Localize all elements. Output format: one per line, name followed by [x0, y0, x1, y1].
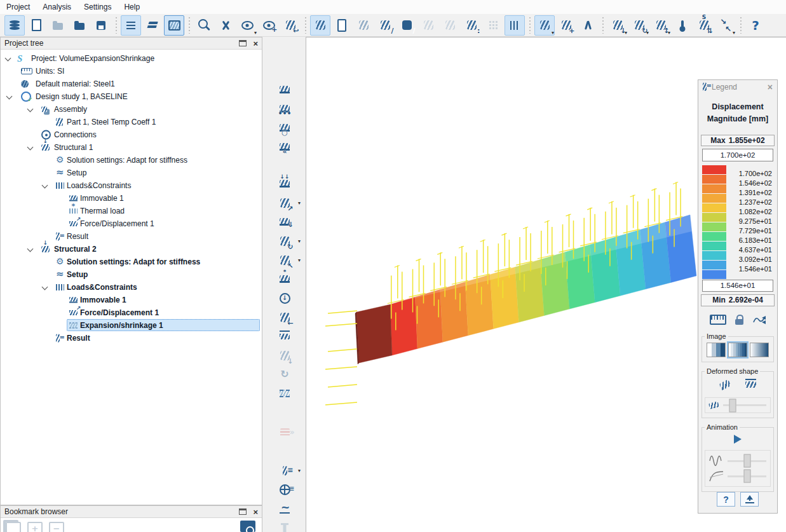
- trim-part-button[interactable]: [215, 15, 236, 36]
- help-button[interactable]: [745, 15, 766, 36]
- project-tree-view-button[interactable]: [121, 15, 141, 36]
- legend-lower-bound-input[interactable]: 1.546e+01: [702, 280, 773, 292]
- image-style-smooth-button[interactable]: [750, 343, 769, 357]
- fit-model-button[interactable]: ▾: [715, 15, 736, 36]
- scale-model-button[interactable]: [694, 15, 714, 36]
- animation-speed-slider[interactable]: [728, 475, 766, 477]
- bearing-load-button[interactable]: [275, 289, 294, 308]
- immovable-support-button[interactable]: [275, 80, 294, 99]
- pressure-load-button[interactable]: [275, 174, 294, 193]
- probe-minmax-icon[interactable]: [752, 314, 766, 325]
- force-displacement-load-button[interactable]: ▾: [275, 193, 294, 212]
- float-panel-icon[interactable]: [239, 40, 247, 46]
- thermal-load-button[interactable]: [275, 269, 294, 289]
- deform-scale-slider[interactable]: [723, 404, 766, 406]
- expander-chevron-icon[interactable]: [27, 144, 34, 151]
- tree-item[interactable]: Result: [1, 332, 262, 344]
- tree-item[interactable]: Assembly: [1, 103, 262, 116]
- tree-item[interactable]: Units: SI: [1, 65, 262, 78]
- expander-chevron-icon[interactable]: [5, 55, 11, 62]
- tree-item[interactable]: Setup: [1, 268, 262, 281]
- response-graph-button[interactable]: [275, 499, 294, 518]
- pin-support-button[interactable]: [275, 118, 294, 137]
- tree-item[interactable]: Structural 1: [1, 141, 262, 154]
- tree-item[interactable]: Immovable 1: [1, 192, 262, 205]
- zoom-to-part-button[interactable]: [194, 15, 214, 36]
- tree-item[interactable]: Result: [1, 230, 262, 243]
- tree-item[interactable]: Immovable 1: [1, 294, 262, 306]
- show-all-parts-button[interactable]: [259, 15, 279, 36]
- expander-chevron-icon[interactable]: [27, 106, 34, 113]
- float-panel-icon[interactable]: [239, 508, 247, 515]
- hide-selected-button[interactable]: [375, 15, 395, 36]
- image-style-multiband-button[interactable]: [728, 343, 747, 357]
- display-translucent-button[interactable]: [353, 15, 374, 36]
- normal-force-load-button[interactable]: [275, 212, 294, 231]
- expansion-shrinkage-button[interactable]: [275, 384, 294, 403]
- animation-speed-thumb[interactable]: [743, 470, 750, 483]
- animation-frequency-slider[interactable]: [728, 460, 766, 462]
- apply-force-button[interactable]: ▾: [607, 15, 628, 36]
- menu-project[interactable]: Project: [0, 1, 36, 13]
- undeformed-overlay-button[interactable]: [742, 378, 759, 392]
- frictionless-support-button[interactable]: [275, 137, 294, 156]
- hide-unselected-button[interactable]: [396, 15, 417, 36]
- bookmark-view-button[interactable]: [164, 15, 184, 36]
- restore-part-button[interactable]: [280, 15, 301, 36]
- expander-chevron-icon[interactable]: [27, 246, 34, 252]
- tree-item[interactable]: Design study 1, BASELINE: [1, 90, 262, 103]
- tree-item[interactable]: Connections: [1, 128, 262, 141]
- legend-close-icon[interactable]: ×: [768, 83, 773, 92]
- legend-help-button[interactable]: ?: [717, 492, 735, 507]
- tree-item[interactable]: Default material: Steel1: [1, 78, 262, 90]
- image-style-banded-button[interactable]: [707, 343, 726, 357]
- pick-part-button[interactable]: ▾: [534, 15, 555, 36]
- tree-item[interactable]: Thermal load: [1, 205, 262, 217]
- apply-torque-button[interactable]: ▾: [629, 15, 649, 36]
- remote-load-button[interactable]: ▾: [275, 250, 294, 269]
- play-animation-icon[interactable]: [734, 435, 742, 444]
- measure-tool-button[interactable]: [578, 15, 598, 36]
- menu-help[interactable]: Help: [118, 1, 146, 13]
- tree-item[interactable]: Structural 2: [1, 243, 262, 256]
- save-project-button[interactable]: [91, 15, 111, 36]
- deformed-view-button[interactable]: [717, 378, 733, 392]
- display-shaded-button[interactable]: [310, 15, 330, 36]
- hide-parts-button[interactable]: ▾: [237, 15, 257, 36]
- tree-item[interactable]: Loads&Constraints: [1, 179, 262, 192]
- show-loads-button[interactable]: [505, 15, 525, 36]
- apply-displacement-button[interactable]: ▾: [651, 15, 671, 36]
- menu-analysis[interactable]: Analysis: [36, 1, 78, 13]
- display-outline-button[interactable]: [332, 15, 352, 36]
- tree-item[interactable]: Force/Displacement 1: [1, 217, 262, 230]
- tree-item[interactable]: Setup: [1, 167, 262, 179]
- expander-chevron-icon[interactable]: [42, 284, 48, 290]
- animation-frequency-thumb[interactable]: [743, 454, 750, 468]
- tree-item[interactable]: Force/Displacement 1: [1, 306, 262, 319]
- distributed-mass-button[interactable]: [275, 327, 294, 346]
- close-panel-icon[interactable]: ×: [253, 39, 258, 48]
- lock-range-icon[interactable]: [735, 319, 743, 325]
- tree-item[interactable]: Solution settings: Adapt for stiffness: [1, 154, 262, 167]
- legend-upper-bound-input[interactable]: 1.700e+02: [702, 149, 773, 161]
- legend-pin-button[interactable]: [740, 492, 759, 507]
- close-panel-icon[interactable]: ×: [253, 508, 258, 516]
- bookmark-capture-icon[interactable]: [240, 521, 255, 532]
- tree-item[interactable]: Expansion/shrinkage 1: [1, 319, 262, 332]
- select-parts-button[interactable]: [556, 15, 576, 36]
- expander-chevron-icon[interactable]: [42, 182, 48, 189]
- scale-ruler-icon[interactable]: [710, 315, 726, 325]
- deform-scale-thumb[interactable]: [729, 399, 736, 412]
- tree-item[interactable]: Loads&Constraints: [1, 281, 262, 294]
- result-plot-button[interactable]: ▾: [275, 461, 294, 480]
- hydrostatic-load-button[interactable]: [275, 308, 294, 327]
- tree-item[interactable]: SProject: VolumeExpansionShrinkage: [1, 52, 262, 65]
- torque-load-button[interactable]: ▾: [275, 231, 294, 250]
- open-project-button[interactable]: [69, 15, 90, 36]
- global-result-button[interactable]: [275, 480, 294, 499]
- mask-options-button[interactable]: [461, 15, 482, 36]
- sliding-support-button[interactable]: [275, 99, 294, 118]
- new-project-button[interactable]: [26, 15, 46, 36]
- open-database-button[interactable]: [4, 15, 25, 36]
- notes-view-button[interactable]: [142, 15, 163, 36]
